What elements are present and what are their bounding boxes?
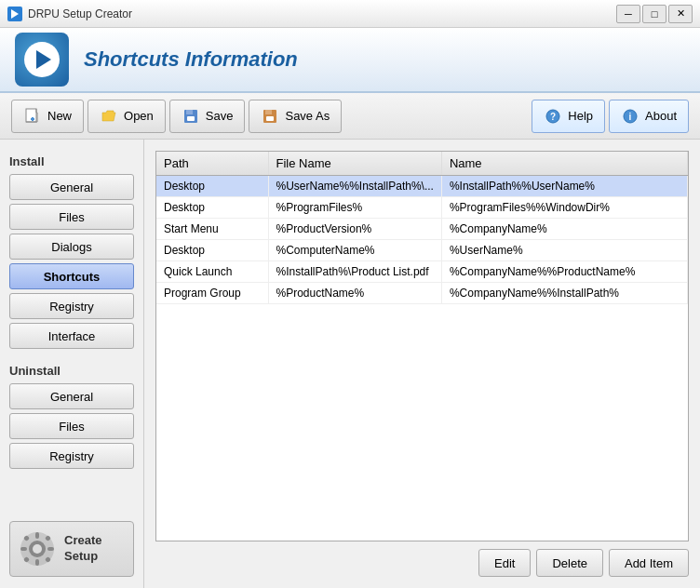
window-controls: ─ □ ✕ xyxy=(616,5,693,23)
delete-button[interactable]: Delete xyxy=(536,549,603,577)
save-label: Save xyxy=(206,109,234,123)
header-logo xyxy=(15,33,69,87)
cell-path: Program Group xyxy=(156,283,268,304)
table-row[interactable]: Start Menu%ProductVersion%%CompanyName% xyxy=(156,219,688,240)
app-icon xyxy=(7,7,22,21)
create-setup-box[interactable]: Create Setup xyxy=(9,521,134,577)
cell-path: Quick Launch xyxy=(156,261,268,283)
app-header: Shortcuts Information xyxy=(0,28,700,93)
sidebar-item-registry-install[interactable]: Registry xyxy=(9,293,134,319)
save-button[interactable]: Save xyxy=(169,100,246,133)
open-button[interactable]: Open xyxy=(88,100,166,133)
add-item-button[interactable]: Add Item xyxy=(609,549,689,577)
save-as-icon xyxy=(261,107,279,126)
svg-rect-23 xyxy=(20,547,27,551)
logo-arrow-icon xyxy=(36,50,51,69)
cell-name: %InstallPath%%UserName% xyxy=(441,176,687,197)
col-filename: File Name xyxy=(268,152,441,176)
header-title: Shortcuts Information xyxy=(84,47,298,72)
content-area: Path File Name Name Desktop%UserName%%In… xyxy=(144,140,700,588)
col-name: Name xyxy=(441,152,687,176)
open-label: Open xyxy=(124,109,154,123)
svg-rect-24 xyxy=(47,547,54,551)
cell-fileName: %ProductVersion% xyxy=(268,219,441,240)
help-label: Help xyxy=(568,109,593,123)
cell-name: %CompanyName% xyxy=(441,219,687,240)
svg-rect-12 xyxy=(265,110,272,114)
edit-button[interactable]: Edit xyxy=(478,549,531,577)
table-row[interactable]: Desktop%ComputerName%%UserName% xyxy=(156,240,688,261)
sidebar-item-registry-uninstall[interactable]: Registry xyxy=(9,443,134,469)
sidebar-item-interface[interactable]: Interface xyxy=(9,323,134,349)
svg-rect-13 xyxy=(266,116,274,121)
save-as-label: Save As xyxy=(285,109,330,123)
table-row[interactable]: Quick Launch%InstallPath%\Product List.p… xyxy=(156,261,688,283)
table: Path File Name Name Desktop%UserName%%In… xyxy=(156,152,688,304)
cell-path: Desktop xyxy=(156,176,268,197)
maximize-button[interactable]: □ xyxy=(642,5,666,23)
sidebar: Install General Files Dialogs Shortcuts … xyxy=(0,140,144,588)
cell-fileName: %ProgramFiles% xyxy=(268,197,441,219)
cell-fileName: %UserName%%InstallPath%\... xyxy=(268,176,441,197)
main-content: Install General Files Dialogs Shortcuts … xyxy=(0,140,700,588)
logo-inner xyxy=(24,42,60,77)
save-as-button[interactable]: Save As xyxy=(249,100,342,133)
sidebar-item-files-install[interactable]: Files xyxy=(9,204,134,230)
install-section-title: Install xyxy=(9,154,134,168)
svg-rect-22 xyxy=(35,559,39,566)
svg-rect-10 xyxy=(187,116,195,121)
cell-fileName: %InstallPath%\Product List.pdf xyxy=(268,261,441,283)
sidebar-item-dialogs[interactable]: Dialogs xyxy=(9,234,134,260)
title-bar: DRPU Setup Creator ─ □ ✕ xyxy=(0,0,700,28)
cell-name: %CompanyName%%InstallPath% xyxy=(441,283,687,304)
shortcuts-table[interactable]: Path File Name Name Desktop%UserName%%In… xyxy=(155,151,689,541)
svg-point-20 xyxy=(33,544,42,554)
gear-icon xyxy=(18,529,57,568)
minimize-button[interactable]: ─ xyxy=(616,5,640,23)
about-label: About xyxy=(645,109,677,123)
new-label: New xyxy=(47,109,72,123)
cell-path: Start Menu xyxy=(156,219,268,240)
table-row[interactable]: Desktop%ProgramFiles%%ProgramFiles%%Wind… xyxy=(156,197,688,219)
cell-path: Desktop xyxy=(156,197,268,219)
svg-text:?: ? xyxy=(550,112,556,122)
app-title: DRPU Setup Creator xyxy=(28,7,132,20)
about-button[interactable]: i About xyxy=(609,100,689,133)
cell-name: %UserName% xyxy=(441,240,687,261)
open-icon xyxy=(100,107,118,126)
cell-fileName: %ComputerName% xyxy=(268,240,441,261)
help-icon: ? xyxy=(544,107,562,126)
about-icon: i xyxy=(621,107,639,126)
cell-path: Desktop xyxy=(156,240,268,261)
sidebar-item-shortcuts[interactable]: Shortcuts xyxy=(9,263,134,289)
svg-rect-9 xyxy=(186,110,193,114)
new-icon xyxy=(23,107,42,126)
svg-text:i: i xyxy=(629,112,632,122)
table-actions: Edit Delete Add Item xyxy=(155,549,689,577)
cell-name: %ProgramFiles%%WindowDir% xyxy=(441,197,687,219)
table-row[interactable]: Program Group%ProductName%%CompanyName%%… xyxy=(156,283,688,304)
sidebar-item-general-uninstall[interactable]: General xyxy=(9,383,134,409)
col-path: Path xyxy=(156,152,268,176)
svg-rect-21 xyxy=(35,532,39,539)
create-setup-text: Create Setup xyxy=(64,533,101,565)
sidebar-item-files-uninstall[interactable]: Files xyxy=(9,413,134,439)
new-button[interactable]: New xyxy=(11,100,84,133)
table-row[interactable]: Desktop%UserName%%InstallPath%\...%Insta… xyxy=(156,176,688,197)
sidebar-item-general-install[interactable]: General xyxy=(9,174,134,200)
svg-marker-0 xyxy=(11,9,19,19)
save-icon xyxy=(182,107,200,126)
help-button[interactable]: ? Help xyxy=(532,100,605,133)
cell-fileName: %ProductName% xyxy=(268,283,441,304)
uninstall-section-title: Uninstall xyxy=(9,364,134,378)
cell-name: %CompanyName%%ProductName% xyxy=(441,261,687,283)
toolbar: New Open Save Save As xyxy=(0,93,700,140)
close-button[interactable]: ✕ xyxy=(668,5,693,23)
sidebar-divider xyxy=(9,353,134,360)
